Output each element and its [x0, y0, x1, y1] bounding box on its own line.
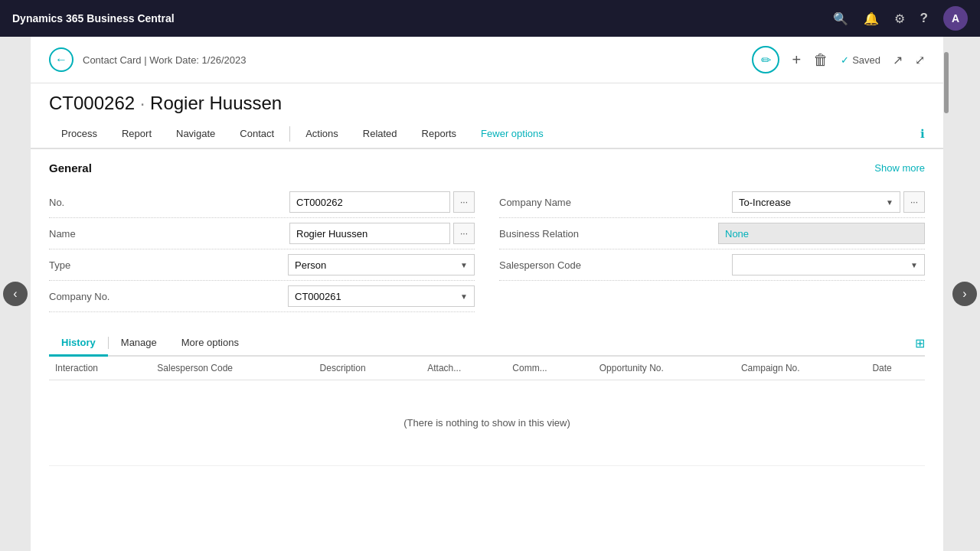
salesperson-code-input-wrap: ▼ — [732, 254, 925, 276]
scrollbar-thumb[interactable] — [944, 52, 949, 113]
name-input[interactable] — [289, 223, 450, 244]
page-title: CT000262 · Rogier Huussen — [49, 93, 925, 114]
type-label: Type — [49, 259, 172, 271]
company-name-more-button[interactable]: ··· — [903, 191, 925, 213]
info-icon[interactable]: ℹ — [920, 127, 925, 141]
salesperson-code-label: Salesperson Code — [499, 259, 622, 271]
scrollbar-track[interactable] — [943, 37, 949, 551]
company-no-dropdown[interactable]: CT000261 ▼ — [288, 285, 475, 307]
name-field-row: Name ··· — [49, 218, 475, 249]
tab-history[interactable]: History — [49, 331, 108, 357]
app-title-area: Dynamics 365 Business Central — [12, 12, 175, 24]
menu-reports[interactable]: Reports — [410, 120, 469, 149]
type-value: Person — [295, 259, 460, 271]
title-separator: · — [140, 93, 150, 113]
no-more-button[interactable]: ··· — [453, 191, 475, 213]
prev-nav-arrow[interactable]: ‹ — [0, 37, 31, 551]
name-label: Name — [49, 228, 172, 240]
menu-related[interactable]: Related — [351, 120, 410, 149]
tab-more-options[interactable]: More options — [169, 331, 251, 357]
general-section: General Show more No. ··· — [31, 149, 943, 324]
menu-divider — [289, 126, 290, 142]
type-dropdown-arrow: ▼ — [460, 261, 468, 269]
breadcrumb-bar: ← Contact Card | Work Date: 1/26/2023 ✏ … — [31, 37, 943, 83]
saved-label: Saved — [852, 54, 880, 66]
no-label: No. — [49, 197, 172, 208]
salesperson-code-field-row: Salesperson Code ▼ — [499, 249, 925, 281]
col-interaction: Interaction — [49, 357, 151, 380]
col-date: Date — [866, 357, 925, 380]
salesperson-code-dropdown-arrow: ▼ — [910, 261, 918, 269]
business-relation-value[interactable]: None — [718, 223, 925, 244]
history-tabs: History Manage More options ⊞ — [49, 331, 925, 357]
company-name-value: To-Increase — [739, 197, 886, 208]
settings-icon[interactable]: ⚙ — [894, 11, 905, 26]
col-description: Description — [314, 357, 422, 380]
delete-button[interactable]: 🗑 — [813, 51, 828, 69]
col-salesperson-code: Salesperson Code — [151, 357, 313, 380]
type-field-row: Type Person ▼ — [49, 249, 475, 281]
menu-navigate[interactable]: Navigate — [164, 120, 227, 149]
form-grid: No. ··· Name ··· — [49, 187, 925, 312]
menu-report[interactable]: Report — [109, 120, 164, 149]
salesperson-code-dropdown[interactable]: ▼ — [732, 254, 925, 276]
top-bar-icons: 🔍 🔔 ⚙ ? A — [833, 6, 968, 31]
breadcrumb: Contact Card | Work Date: 1/26/2023 — [83, 54, 743, 66]
tab-manage[interactable]: Manage — [109, 331, 169, 357]
page-title-area: CT000262 · Rogier Huussen — [31, 83, 943, 120]
no-input-wrap: ··· — [289, 191, 475, 213]
record-name: Rogier Huussen — [150, 93, 282, 113]
company-no-value: CT000261 — [295, 291, 460, 302]
business-relation-input-wrap: None — [718, 223, 925, 244]
col-attach: Attach... — [421, 357, 506, 380]
business-relation-field-row: Business Relation None — [499, 218, 925, 249]
menu-fewer-options[interactable]: Fewer options — [469, 120, 556, 149]
type-input-wrap: Person ▼ — [288, 254, 475, 276]
back-button[interactable]: ← — [49, 47, 74, 72]
company-no-field-row: Company No. CT000261 ▼ — [49, 281, 475, 312]
saved-indicator: ✓ Saved — [841, 54, 880, 66]
record-number: CT000262 — [49, 93, 135, 113]
company-no-label: Company No. — [49, 291, 172, 302]
add-button[interactable]: + — [792, 51, 801, 69]
company-name-input-wrap: To-Increase ▼ ··· — [732, 191, 925, 213]
empty-row: (There is nothing to show in this view) — [49, 380, 925, 466]
company-no-dropdown-arrow: ▼ — [460, 292, 468, 301]
search-icon[interactable]: 🔍 — [833, 11, 848, 26]
col-comm: Comm... — [506, 357, 593, 380]
col-opportunity-no: Opportunity No. — [593, 357, 735, 380]
page-area: ‹ ← Contact Card | Work Date: 1/26/2023 … — [0, 37, 980, 551]
section-title: General — [49, 161, 92, 174]
show-more-button[interactable]: Show more — [874, 162, 925, 174]
no-input[interactable] — [289, 191, 450, 213]
company-name-dropdown-arrow: ▼ — [886, 198, 893, 207]
business-relation-label: Business Relation — [499, 228, 622, 240]
menu-actions[interactable]: Actions — [293, 120, 351, 149]
empty-message: (There is nothing to show in this view) — [55, 386, 919, 459]
help-icon[interactable]: ? — [920, 11, 928, 26]
company-name-field-row: Company Name To-Increase ▼ ··· — [499, 187, 925, 218]
history-expand-icon[interactable]: ⊞ — [915, 336, 925, 350]
company-name-label: Company Name — [499, 197, 622, 208]
section-header: General Show more — [49, 161, 925, 174]
left-fields: No. ··· Name ··· — [49, 187, 475, 312]
right-fields: Company Name To-Increase ▼ ··· Business … — [499, 187, 925, 312]
menu-process[interactable]: Process — [49, 120, 109, 149]
name-more-button[interactable]: ··· — [453, 223, 475, 244]
name-input-wrap: ··· — [289, 223, 475, 244]
history-table: Interaction Salesperson Code Description… — [49, 357, 925, 466]
type-dropdown[interactable]: Person ▼ — [288, 254, 475, 276]
menu-contact[interactable]: Contact — [227, 120, 286, 149]
avatar[interactable]: A — [943, 6, 968, 31]
main-content: ← Contact Card | Work Date: 1/26/2023 ✏ … — [31, 37, 943, 551]
open-new-window-icon[interactable]: ↗ — [893, 53, 903, 67]
company-no-input-wrap: CT000261 ▼ — [288, 285, 475, 307]
edit-button[interactable]: ✏ — [752, 46, 779, 73]
toolbar-actions: ✏ + 🗑 ✓ Saved ↗ ⤢ — [752, 46, 925, 73]
notification-icon[interactable]: 🔔 — [864, 11, 879, 26]
next-nav-arrow[interactable]: › — [949, 37, 980, 551]
company-name-dropdown[interactable]: To-Increase ▼ — [732, 191, 900, 213]
no-field-row: No. ··· — [49, 187, 475, 218]
history-section: History Manage More options ⊞ Interactio… — [31, 331, 943, 466]
expand-icon[interactable]: ⤢ — [915, 53, 925, 67]
